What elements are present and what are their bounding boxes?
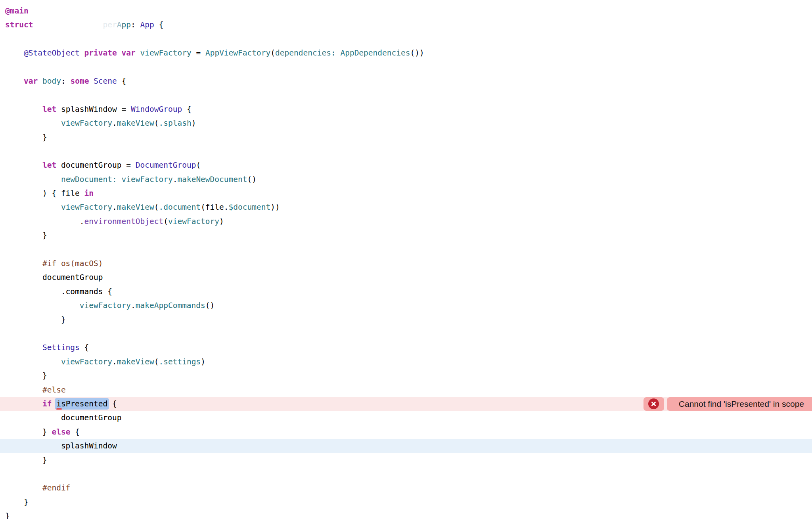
- code-token: viewFactory: [61, 119, 112, 128]
- code-token: }: [5, 315, 66, 324]
- code-token: newDocument:: [61, 175, 117, 184]
- code-token: [5, 175, 61, 184]
- code-token: [5, 483, 42, 492]
- code-token: [5, 343, 42, 352]
- code-token: }: [5, 371, 47, 380]
- code-line[interactable]: }: [0, 369, 812, 383]
- code-line[interactable]: }: [0, 509, 812, 519]
- code-token: :: [131, 20, 140, 29]
- code-token: [336, 48, 341, 57]
- code-line[interactable]: } else {: [0, 425, 812, 439]
- code-token: makeNewDocument: [177, 175, 247, 184]
- code-token: DocumentGroup: [136, 161, 196, 170]
- code-line[interactable]: viewFactory.makeView(.document(file.$doc…: [0, 200, 812, 214]
- code-token: {: [154, 20, 163, 29]
- code-token: }: [5, 498, 29, 507]
- code-line[interactable]: }: [0, 130, 812, 144]
- code-token: (: [270, 48, 275, 57]
- code-token: makeView: [117, 119, 154, 128]
- code-line[interactable]: @StateObject private var viewFactory = A…: [0, 46, 812, 60]
- code-token: }: [5, 511, 10, 519]
- code-token: Scene: [94, 77, 117, 86]
- code-token: private: [84, 48, 117, 57]
- code-line[interactable]: }: [0, 453, 812, 467]
- code-token: .: [131, 301, 136, 310]
- code-token: if: [42, 399, 52, 408]
- code-line[interactable]: splashWindow: [0, 439, 812, 453]
- code-token: [5, 105, 42, 114]
- code-line[interactable]: documentGroup: [0, 411, 812, 425]
- code-line[interactable]: .environmentObject(viewFactory): [0, 214, 812, 228]
- code-line[interactable]: }: [0, 495, 812, 509]
- code-area[interactable]: @mainstruct perApp: App { @StateObject p…: [0, 4, 812, 519]
- code-line[interactable]: let documentGroup = DocumentGroup(: [0, 158, 812, 172]
- code-line[interactable]: viewFactory.makeAppCommands(): [0, 299, 812, 312]
- code-token: {: [80, 343, 89, 352]
- code-token: body: [42, 77, 61, 86]
- code-token: let: [42, 161, 56, 170]
- code-line[interactable]: struct perApp: App {: [0, 18, 812, 32]
- code-token: App: [140, 20, 154, 29]
- code-line[interactable]: ) { file in: [0, 186, 812, 200]
- code-token: var: [24, 77, 38, 86]
- code-token: }: [5, 427, 52, 437]
- error-x-circle-icon[interactable]: [648, 398, 659, 409]
- code-line[interactable]: [0, 60, 812, 74]
- code-token: environmentObject: [84, 217, 164, 226]
- code-token: [80, 48, 84, 57]
- code-token: AppDependencies: [340, 48, 410, 57]
- code-token: viewFactory: [61, 357, 112, 366]
- code-token: pp: [122, 20, 131, 29]
- code-token: [5, 385, 42, 395]
- code-token: @main: [5, 6, 29, 15]
- code-token: per: [103, 20, 117, 29]
- code-token: (: [163, 217, 168, 226]
- code-token: [5, 301, 80, 310]
- error-annotation[interactable]: Cannot find 'isPresented' in scope: [643, 397, 812, 411]
- code-line[interactable]: [0, 88, 812, 102]
- code-line[interactable]: [0, 32, 812, 46]
- code-line[interactable]: }: [0, 228, 812, 242]
- code-line[interactable]: [0, 327, 812, 341]
- code-token: viewFactory: [61, 203, 112, 212]
- code-token: AppViewFactory: [205, 48, 270, 57]
- code-token: (: [154, 203, 159, 212]
- code-line[interactable]: newDocument: viewFactory.makeNewDocument…: [0, 172, 812, 186]
- code-line[interactable]: documentGroup: [0, 270, 812, 284]
- code-line[interactable]: var body: some Scene {: [0, 74, 812, 88]
- code-token: makeView: [117, 357, 154, 366]
- code-token: makeView: [117, 203, 154, 212]
- code-line[interactable]: #endif: [0, 481, 812, 495]
- code-line[interactable]: viewFactory.makeView(.splash): [0, 116, 812, 130]
- code-line[interactable]: Settings {: [0, 341, 812, 354]
- code-token: }: [5, 456, 47, 465]
- code-token: @StateObject: [24, 48, 80, 57]
- code-line[interactable]: #else: [0, 383, 812, 397]
- code-token: documentGroup: [5, 413, 122, 422]
- code-token: makeAppCommands: [136, 301, 205, 310]
- code-token: let: [42, 105, 56, 114]
- code-line[interactable]: viewFactory.makeView(.settings): [0, 355, 812, 369]
- code-editor[interactable]: @mainstruct perApp: App { @StateObject p…: [0, 0, 812, 519]
- code-line[interactable]: [0, 243, 812, 257]
- code-token: splashWindow =: [56, 105, 131, 114]
- code-line[interactable]: [0, 144, 812, 158]
- code-token: var: [122, 48, 136, 57]
- code-line[interactable]: .commands {: [0, 285, 812, 299]
- code-token: dependencies:: [275, 48, 336, 57]
- code-line[interactable]: @main: [0, 4, 812, 18]
- code-token: in: [84, 189, 94, 198]
- error-badge[interactable]: [643, 397, 664, 411]
- error-message[interactable]: Cannot find 'isPresented' in scope: [667, 397, 812, 411]
- code-token: [5, 259, 42, 268]
- code-line[interactable]: #if os(macOS): [0, 257, 812, 270]
- code-line[interactable]: }: [0, 313, 812, 327]
- code-token: [5, 399, 42, 408]
- code-token: viewFactory: [140, 48, 192, 57]
- code-token: (file.: [201, 203, 228, 212]
- code-token: [5, 203, 61, 212]
- code-line[interactable]: [0, 467, 812, 481]
- code-line[interactable]: let splashWindow = WindowGroup {: [0, 102, 812, 116]
- x-glyph: [651, 401, 656, 406]
- code-token: [89, 77, 94, 86]
